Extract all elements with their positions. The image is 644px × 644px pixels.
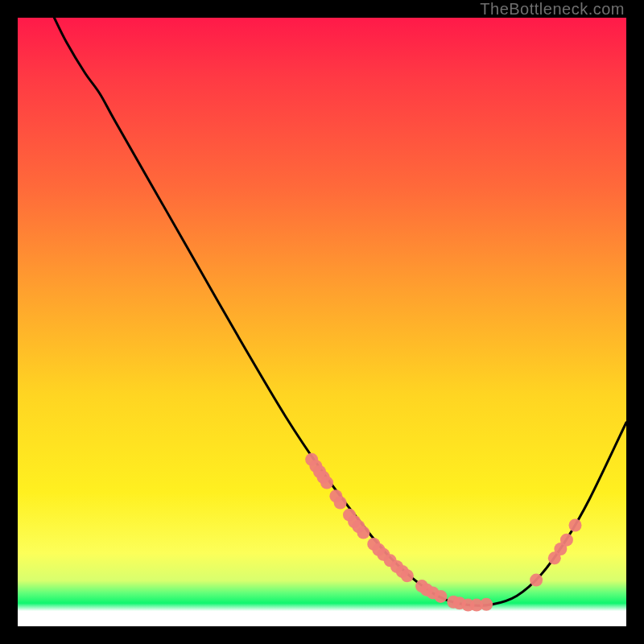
marker-dot [569, 519, 582, 532]
marker-dot [401, 569, 414, 582]
marker-dot [334, 497, 347, 510]
marker-dot [320, 477, 333, 489]
bottleneck-curve [54, 18, 626, 605]
chart-plot-area [18, 18, 626, 626]
marker-dots-group [305, 453, 581, 612]
marker-dot [480, 598, 493, 611]
watermark-text: TheBottleneck.com [480, 0, 625, 19]
marker-dot [357, 526, 369, 539]
marker-dot [560, 534, 573, 547]
chart-svg [18, 18, 626, 626]
marker-dot [530, 574, 543, 587]
marker-dot [434, 590, 447, 603]
